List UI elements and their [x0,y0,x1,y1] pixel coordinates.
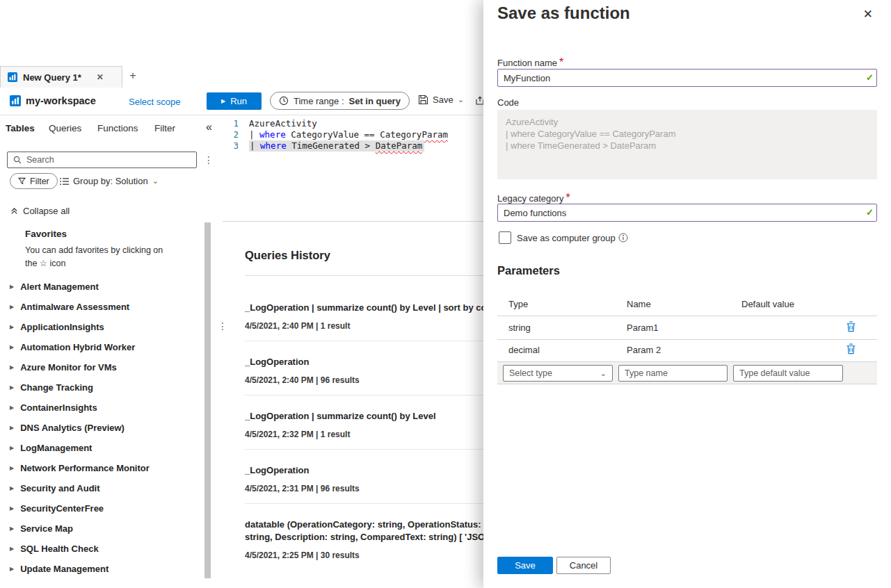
code-preview-line1: AzureActivity [506,116,869,128]
search-input[interactable] [26,155,179,165]
favorites-hint: You can add favorites by clicking on the… [25,244,163,270]
param-name-input[interactable] [618,365,728,382]
collapse-all-icon [10,206,19,215]
save-icon [418,95,428,105]
sidebar-tab-queries[interactable]: Queries [49,123,81,133]
clock-icon [279,96,289,106]
sidebar-search[interactable] [7,152,197,168]
line-number: 1 [223,118,249,129]
group-by-label: Group by: Solution [73,176,148,186]
save-as-computer-group-checkbox[interactable] [499,231,511,244]
delete-param-icon[interactable] [846,343,856,354]
function-name-label-row: Function name* [497,56,563,69]
splitter-handle[interactable]: ⋮ [218,320,227,332]
run-label: Run [230,96,247,106]
param-row1-type: string [508,322,531,333]
legacy-category-label-row: Legacy category* [497,192,570,204]
function-name-input[interactable] [497,69,877,87]
sidebar-item-containerinsights[interactable]: ▶ContainerInsights [0,398,202,418]
sidebar-tab-filter[interactable]: Filter [154,123,175,133]
time-range-picker[interactable]: Time range : Set in query [270,92,410,110]
error-token: CategoryParam [380,129,448,140]
new-tab-button[interactable]: + [129,69,136,83]
sidebar-item-change-tracking[interactable]: ▶Change Tracking [0,377,202,398]
funnel-icon [18,177,26,185]
filter-pill-button[interactable]: Filter [10,173,58,189]
code-token: TimeGenerated > [287,140,376,151]
sidebar-tab-tables[interactable]: Tables [6,123,35,133]
code-preview-line3: | where TimeGenerated > DateParam [506,140,869,152]
history-title-divider [245,275,483,276]
sidebar-item-securitycenterfree[interactable]: ▶SecurityCenterFree [0,498,202,518]
sidebar-item-sql-health-check[interactable]: ▶SQL Health Check [0,539,202,559]
valid-check-icon: ✓ [866,207,874,218]
legacy-category-input[interactable] [497,204,877,222]
param-type-select[interactable]: Select type ⌄ [503,365,613,382]
toolbar-divider [0,115,483,115]
sidebar-item-service-map[interactable]: ▶Service Map [0,518,202,539]
tab-new-query[interactable]: New Query 1* ✕ [0,66,122,88]
editor-line-1[interactable]: 1 AzureActivity [223,118,317,129]
sidebar-scrollbar[interactable] [204,222,211,578]
required-mark: * [565,192,570,204]
sidebar-item-alert-management[interactable]: ▶Alert Management [0,277,202,297]
favorites-hint-line2: the ☆ icon [25,257,163,270]
select-scope-link[interactable]: Select scope [129,97,180,107]
chevron-right-icon: ▶ [10,344,14,350]
sidebar-item-label: Service Map [20,523,73,534]
editor-line-3[interactable]: 3 | where TimeGenerated > DateParam [223,140,424,152]
delete-param-icon[interactable] [846,321,856,332]
line-number: 3 [223,140,249,152]
sidebar-item-applicationinsights[interactable]: ▶ApplicationInsights [0,317,202,337]
more-options-icon[interactable]: ⋮ [204,154,214,165]
collapse-all-button[interactable]: Collapse all [10,206,70,216]
param-row-divider [497,339,877,340]
sidebar-item-label: Change Tracking [20,382,93,393]
sidebar-item-dns-analytics[interactable]: ▶DNS Analytics (Preview) [0,418,202,438]
log-analytics-icon [8,72,17,82]
workspace-icon [10,95,21,106]
filter-pill-label: Filter [30,177,49,186]
time-range-value: Set in query [349,96,401,106]
sidebar-item-antimalware-assessment[interactable]: ▶Antimalware Assessment [0,297,202,317]
sidebar-item-label: DNS Analytics (Preview) [20,423,125,433]
param-default-input[interactable] [733,365,843,382]
sidebar-item-network-performance-monitor[interactable]: ▶Network Performance Monitor [0,458,202,478]
tab-close-icon[interactable]: ✕ [97,72,104,82]
save-dropdown-button[interactable]: Save ⌄ [418,95,464,105]
required-mark: * [559,56,563,68]
close-panel-icon[interactable]: ✕ [863,7,873,22]
chevron-right-icon: ▶ [10,505,14,512]
chevron-right-icon: ▶ [10,284,14,290]
cancel-button[interactable]: Cancel [556,557,611,574]
keyword-token: where [259,129,286,140]
selected-code: | where TimeGenerated > DateParam [249,140,424,152]
group-by-dropdown[interactable]: Group by: Solution ⌄ [60,176,159,186]
info-icon[interactable] [618,233,628,243]
param-row2-name: Param 2 [627,345,661,355]
sidebar-tab-functions[interactable]: Functions [97,123,138,133]
chevron-right-icon: ▶ [10,364,14,370]
param-row2-type: decimal [508,345,540,355]
chevron-down-icon: ⌄ [600,369,607,378]
run-button[interactable]: ▶ Run [207,92,262,110]
editor-history-divider [223,221,483,222]
editor-line-2[interactable]: 2 | where CategoryValue == CategoryParam [223,129,448,140]
sidebar-item-security-and-audit[interactable]: ▶Security and Audit [0,478,202,498]
sidebar-item-logmanagement[interactable]: ▶LogManagement [0,438,202,458]
sidebar-item-label: ApplicationInsights [20,322,104,332]
sidebar-item-label: Antimalware Assessment [20,302,129,312]
collapse-sidebar-icon[interactable]: « [206,121,212,133]
cancel-button-label: Cancel [570,560,597,571]
save-button[interactable]: Save [497,557,553,574]
log-analytics-screen: New Query 1* ✕ + my-workspace Select sco… [0,0,891,588]
valid-check-icon: ✓ [866,72,874,83]
chevron-right-icon: ▶ [10,445,14,451]
sidebar-item-automation-hybrid-worker[interactable]: ▶Automation Hybrid Worker [0,337,202,357]
sidebar-item-azure-monitor-for-vms[interactable]: ▶Azure Monitor for VMs [0,357,202,377]
favorites-hint-line1: You can add favorites by clicking on [25,244,163,257]
chevron-right-icon: ▶ [10,384,14,391]
sidebar-item-update-management[interactable]: ▶Update Management [0,559,202,579]
param-header-divider [497,316,877,316]
sidebar-item-label: SQL Health Check [20,544,98,554]
